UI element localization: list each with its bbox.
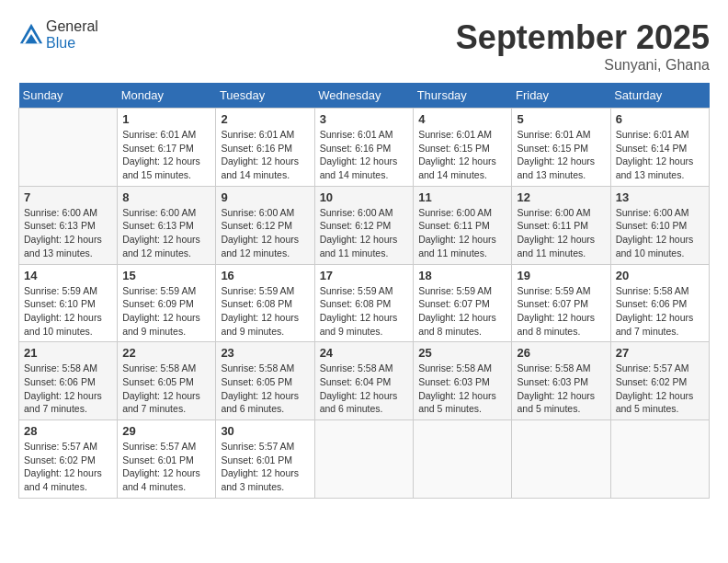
day-info: Sunrise: 6:00 AM Sunset: 6:11 PM Dayligh… [418,206,506,260]
day-number: 13 [616,190,704,204]
day-number: 3 [320,112,409,126]
calendar-day-cell: 29Sunrise: 5:57 AM Sunset: 6:01 PM Dayli… [118,420,216,499]
day-info: Sunrise: 6:00 AM Sunset: 6:11 PM Dayligh… [517,206,605,260]
day-info: Sunrise: 5:59 AM Sunset: 6:08 PM Dayligh… [221,284,309,339]
day-info: Sunrise: 6:00 AM Sunset: 6:13 PM Dayligh… [122,206,210,260]
calendar-day-cell: 15Sunrise: 5:59 AM Sunset: 6:09 PM Dayli… [118,264,216,342]
day-number: 14 [24,269,112,282]
day-info: Sunrise: 6:00 AM Sunset: 6:10 PM Dayligh… [616,206,704,260]
calendar-day-cell: 13Sunrise: 6:00 AM Sunset: 6:10 PM Dayli… [610,186,709,264]
day-info: Sunrise: 5:57 AM Sunset: 6:02 PM Dayligh… [616,362,704,416]
calendar-day-cell: 28Sunrise: 5:57 AM Sunset: 6:02 PM Dayli… [19,420,118,499]
calendar-day-cell: 3Sunrise: 6:01 AM Sunset: 6:16 PM Daylig… [314,109,414,187]
day-number: 6 [616,112,704,126]
calendar-day-cell: 23Sunrise: 5:58 AM Sunset: 6:05 PM Dayli… [216,342,314,420]
day-info: Sunrise: 5:57 AM Sunset: 6:02 PM Dayligh… [24,440,112,494]
day-number: 10 [320,190,409,204]
day-info: Sunrise: 5:57 AM Sunset: 6:01 PM Dayligh… [221,440,309,494]
day-info: Sunrise: 5:58 AM Sunset: 6:05 PM Dayligh… [122,362,210,416]
logo-blue-text: Blue [46,35,75,51]
day-number: 11 [418,190,506,204]
day-info: Sunrise: 5:58 AM Sunset: 6:06 PM Dayligh… [24,362,112,416]
location: Sunyani, Ghana [456,57,710,74]
day-info: Sunrise: 6:00 AM Sunset: 6:12 PM Dayligh… [221,206,309,260]
day-info: Sunrise: 6:00 AM Sunset: 6:13 PM Dayligh… [24,206,112,260]
day-info: Sunrise: 5:59 AM Sunset: 6:07 PM Dayligh… [418,284,506,339]
calendar-day-cell [314,420,414,499]
day-info: Sunrise: 6:01 AM Sunset: 6:14 PM Dayligh… [616,128,704,182]
day-info: Sunrise: 5:58 AM Sunset: 6:03 PM Dayligh… [517,362,605,416]
day-info: Sunrise: 5:58 AM Sunset: 6:04 PM Dayligh… [320,362,409,416]
day-info: Sunrise: 5:59 AM Sunset: 6:09 PM Dayligh… [122,284,210,339]
day-info: Sunrise: 6:01 AM Sunset: 6:16 PM Dayligh… [221,128,309,182]
calendar-day-cell: 14Sunrise: 5:59 AM Sunset: 6:10 PM Dayli… [19,264,118,342]
day-info: Sunrise: 5:59 AM Sunset: 6:10 PM Dayligh… [24,284,112,339]
calendar-day-cell: 11Sunrise: 6:00 AM Sunset: 6:11 PM Dayli… [414,186,512,264]
calendar-day-cell: 12Sunrise: 6:00 AM Sunset: 6:11 PM Dayli… [512,186,610,264]
calendar-day-cell [610,420,709,499]
calendar-day-cell: 18Sunrise: 5:59 AM Sunset: 6:07 PM Dayli… [414,264,512,342]
day-number: 23 [221,346,309,360]
calendar-week-row: 1Sunrise: 6:01 AM Sunset: 6:17 PM Daylig… [19,109,710,187]
day-number: 30 [221,424,309,438]
calendar-day-cell [19,109,118,187]
calendar-day-cell: 8Sunrise: 6:00 AM Sunset: 6:13 PM Daylig… [118,186,216,264]
calendar-day-cell: 5Sunrise: 6:01 AM Sunset: 6:15 PM Daylig… [512,109,610,187]
calendar-day-cell: 6Sunrise: 6:01 AM Sunset: 6:14 PM Daylig… [610,109,709,187]
logo-general-text: General [46,18,98,34]
day-info: Sunrise: 6:01 AM Sunset: 6:15 PM Dayligh… [418,128,506,182]
day-info: Sunrise: 6:01 AM Sunset: 6:16 PM Dayligh… [320,128,409,182]
calendar-day-cell: 9Sunrise: 6:00 AM Sunset: 6:12 PM Daylig… [216,186,314,264]
day-number: 20 [616,269,704,282]
day-number: 29 [122,424,210,438]
day-number: 25 [418,346,506,360]
day-number: 22 [122,346,210,360]
calendar-day-cell: 2Sunrise: 6:01 AM Sunset: 6:16 PM Daylig… [216,109,314,187]
calendar-header-row: SundayMondayTuesdayWednesdayThursdayFrid… [19,83,710,109]
month-title: September 2025 [456,18,710,57]
column-header-monday: Monday [118,83,216,109]
calendar-day-cell: 4Sunrise: 6:01 AM Sunset: 6:15 PM Daylig… [414,109,512,187]
calendar-day-cell: 30Sunrise: 5:57 AM Sunset: 6:01 PM Dayli… [216,420,314,499]
day-number: 26 [517,346,605,360]
day-number: 16 [221,269,309,282]
calendar-day-cell [414,420,512,499]
day-info: Sunrise: 5:58 AM Sunset: 6:05 PM Dayligh… [221,362,309,416]
calendar-day-cell: 19Sunrise: 5:59 AM Sunset: 6:07 PM Dayli… [512,264,610,342]
day-number: 21 [24,346,112,360]
day-info: Sunrise: 6:01 AM Sunset: 6:17 PM Dayligh… [122,128,210,182]
column-header-thursday: Thursday [414,83,512,109]
calendar-day-cell: 16Sunrise: 5:59 AM Sunset: 6:08 PM Dayli… [216,264,314,342]
calendar-day-cell: 21Sunrise: 5:58 AM Sunset: 6:06 PM Dayli… [19,342,118,420]
day-number: 24 [320,346,409,360]
column-header-tuesday: Tuesday [216,83,314,109]
day-info: Sunrise: 6:00 AM Sunset: 6:12 PM Dayligh… [320,206,409,260]
column-header-sunday: Sunday [19,83,118,109]
day-info: Sunrise: 5:57 AM Sunset: 6:01 PM Dayligh… [122,440,210,494]
calendar-day-cell: 24Sunrise: 5:58 AM Sunset: 6:04 PM Dayli… [314,342,414,420]
day-number: 15 [122,269,210,282]
calendar-table: SundayMondayTuesdayWednesdayThursdayFrid… [18,83,710,499]
day-number: 18 [418,269,506,282]
day-number: 17 [320,269,409,282]
calendar-week-row: 21Sunrise: 5:58 AM Sunset: 6:06 PM Dayli… [19,342,710,420]
logo-icon [18,22,44,48]
calendar-day-cell: 26Sunrise: 5:58 AM Sunset: 6:03 PM Dayli… [512,342,610,420]
column-header-saturday: Saturday [610,83,709,109]
day-number: 4 [418,112,506,126]
day-number: 7 [24,190,112,204]
calendar-day-cell: 27Sunrise: 5:57 AM Sunset: 6:02 PM Dayli… [610,342,709,420]
day-number: 12 [517,190,605,204]
day-number: 5 [517,112,605,126]
day-number: 19 [517,269,605,282]
calendar-day-cell: 1Sunrise: 6:01 AM Sunset: 6:17 PM Daylig… [118,109,216,187]
calendar-day-cell: 7Sunrise: 6:00 AM Sunset: 6:13 PM Daylig… [19,186,118,264]
day-number: 9 [221,190,309,204]
day-info: Sunrise: 5:58 AM Sunset: 6:03 PM Dayligh… [418,362,506,416]
calendar-day-cell: 10Sunrise: 6:00 AM Sunset: 6:12 PM Dayli… [314,186,414,264]
calendar-day-cell: 22Sunrise: 5:58 AM Sunset: 6:05 PM Dayli… [118,342,216,420]
calendar-day-cell: 20Sunrise: 5:58 AM Sunset: 6:06 PM Dayli… [610,264,709,342]
title-block: September 2025 Sunyani, Ghana [456,18,710,74]
calendar-week-row: 14Sunrise: 5:59 AM Sunset: 6:10 PM Dayli… [19,264,710,342]
day-info: Sunrise: 6:01 AM Sunset: 6:15 PM Dayligh… [517,128,605,182]
